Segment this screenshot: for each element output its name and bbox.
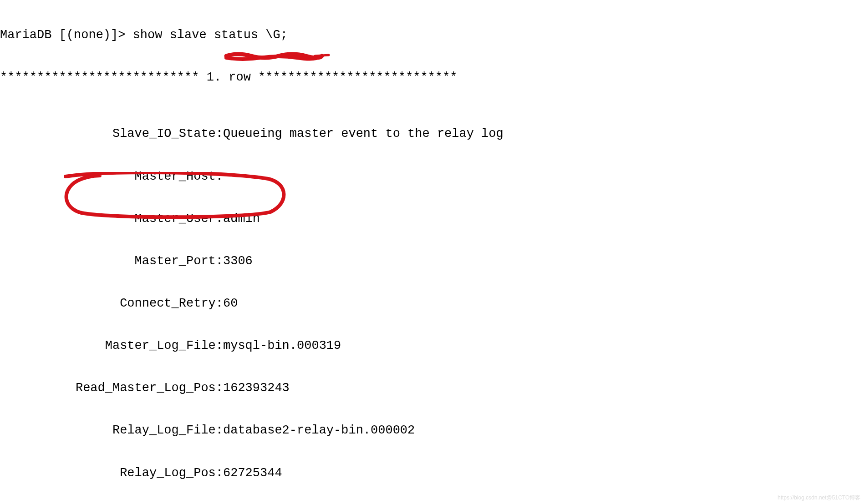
- field-master-user: Master_User: admin: [0, 212, 865, 226]
- label-connect-retry: Connect_Retry:: [0, 297, 223, 311]
- redaction-annotation-icon: [224, 51, 333, 62]
- field-relay-log-file: Relay_Log_File: database2-relay-bin.0000…: [0, 423, 865, 438]
- field-master-host: Master_Host:: [0, 170, 865, 184]
- watermark-text: https://blog.csdn.net@51CTO博客: [778, 495, 860, 501]
- value-connect-retry: 60: [223, 297, 238, 311]
- label-master-port: Master_Port:: [0, 254, 223, 268]
- label-master-user: Master_User:: [0, 212, 223, 226]
- row-separator: *************************** 1. row *****…: [0, 71, 865, 85]
- value-master-log-file: mysql-bin.000319: [223, 339, 341, 353]
- value-relay-log-pos: 62725344: [223, 466, 282, 480]
- label-read-master-log-pos: Read_Master_Log_Pos:: [0, 381, 223, 395]
- value-slave-io-state: Queueing master event to the relay log: [223, 127, 504, 141]
- field-relay-log-pos: Relay_Log_Pos: 62725344: [0, 466, 865, 480]
- field-read-master-log-pos: Read_Master_Log_Pos: 162393243: [0, 381, 865, 395]
- value-read-master-log-pos: 162393243: [223, 381, 290, 395]
- field-slave-io-state: Slave_IO_State: Queueing master event to…: [0, 127, 865, 141]
- label-relay-log-pos: Relay_Log_Pos:: [0, 466, 223, 480]
- label-relay-log-file: Relay_Log_File:: [0, 423, 223, 438]
- value-relay-log-file: database2-relay-bin.000002: [223, 423, 415, 438]
- value-master-user: admin: [223, 212, 260, 226]
- field-master-port: Master_Port: 3306: [0, 254, 865, 268]
- prompt-line: MariaDB [(none)]> show slave status \G;: [0, 28, 865, 42]
- value-master-port: 3306: [223, 254, 253, 268]
- label-master-host: Master_Host:: [0, 170, 223, 184]
- field-master-log-file: Master_Log_File: mysql-bin.000319: [0, 339, 865, 353]
- label-master-log-file: Master_Log_File:: [0, 339, 223, 353]
- terminal-output: MariaDB [(none)]> show slave status \G; …: [0, 0, 865, 504]
- field-connect-retry: Connect_Retry: 60: [0, 297, 865, 311]
- label-slave-io-state: Slave_IO_State:: [0, 127, 223, 141]
